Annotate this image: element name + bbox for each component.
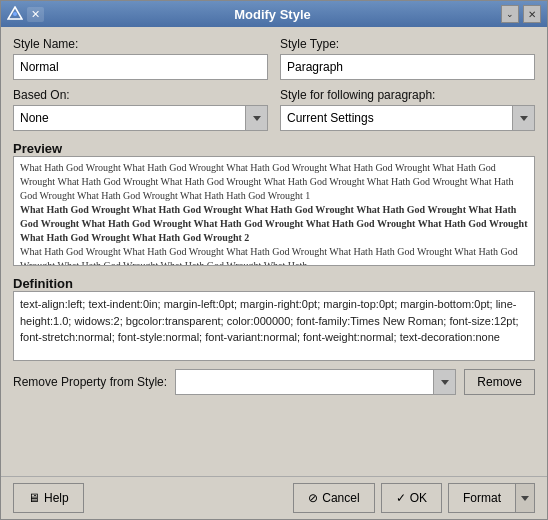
based-on-dropdown[interactable]: [13, 105, 268, 131]
remove-property-row: Remove Property from Style: Remove: [13, 369, 535, 395]
remove-property-input[interactable]: [176, 370, 433, 394]
style-for-para-arrow-btn[interactable]: [512, 106, 534, 130]
dialog-body: Style Name: Style Type: Based On: St: [1, 27, 547, 476]
remove-button[interactable]: Remove: [464, 369, 535, 395]
remove-property-arrow-btn[interactable]: [433, 370, 455, 394]
format-button-group: Format: [448, 483, 535, 513]
svg-point-1: [13, 12, 17, 16]
preview-label: Preview: [13, 141, 535, 156]
style-name-input[interactable]: [13, 54, 268, 80]
collapse-btn[interactable]: ⌄: [501, 5, 519, 23]
style-for-para-group: Style for following paragraph:: [280, 88, 535, 131]
row-based-on-style-para: Based On: Style for following paragraph:: [13, 88, 535, 131]
close-btn[interactable]: ✕: [523, 5, 541, 23]
remove-property-input-wrapper[interactable]: [175, 369, 456, 395]
cancel-icon: ⊘: [308, 491, 318, 505]
preview-text-1: What Hath God Wrought What Hath God Wrou…: [20, 162, 513, 201]
help-label: Help: [44, 491, 69, 505]
preview-box: What Hath God Wrought What Hath God Wrou…: [13, 156, 535, 266]
ok-icon: ✓: [396, 491, 406, 505]
preview-text-2: What Hath God Wrought What Hath God Wrou…: [20, 246, 518, 266]
style-for-para-dropdown[interactable]: [280, 105, 535, 131]
style-for-para-label: Style for following paragraph:: [280, 88, 535, 102]
definition-box: text-align:left; text-indent:0in; margin…: [13, 291, 535, 361]
based-on-arrow-icon: [253, 116, 261, 121]
ok-label: OK: [410, 491, 427, 505]
title-bar: ✕ Modify Style ⌄ ✕: [1, 1, 547, 27]
style-name-group: Style Name:: [13, 37, 268, 80]
based-on-group: Based On:: [13, 88, 268, 131]
title-bar-controls: ⌄ ✕: [501, 5, 541, 23]
based-on-label: Based On:: [13, 88, 268, 102]
style-for-para-arrow-icon: [520, 116, 528, 121]
based-on-arrow-btn[interactable]: [245, 106, 267, 130]
definition-label: Definition: [13, 276, 535, 291]
format-main-button[interactable]: Format: [448, 483, 515, 513]
row-style-name-type: Style Name: Style Type:: [13, 37, 535, 80]
preview-text-bold: What Hath God Wrought What Hath God Wrou…: [20, 204, 528, 243]
title-bar-left: ✕: [7, 6, 44, 22]
style-type-group: Style Type:: [280, 37, 535, 80]
dialog-title: Modify Style: [44, 7, 501, 22]
button-bar: 🖥 Help ⊘ Cancel ✓ OK Format: [1, 476, 547, 519]
remove-property-label: Remove Property from Style:: [13, 375, 167, 389]
close-x-icon[interactable]: ✕: [27, 7, 44, 22]
cancel-label: Cancel: [322, 491, 359, 505]
style-type-label: Style Type:: [280, 37, 535, 51]
definition-section: Definition text-align:left; text-indent:…: [13, 274, 535, 361]
style-name-label: Style Name:: [13, 37, 268, 51]
cancel-button[interactable]: ⊘ Cancel: [293, 483, 374, 513]
format-dropdown-icon: [521, 496, 529, 501]
help-button[interactable]: 🖥 Help: [13, 483, 84, 513]
ok-button[interactable]: ✓ OK: [381, 483, 442, 513]
format-arrow-button[interactable]: [515, 483, 535, 513]
preview-section: Preview What Hath God Wrought What Hath …: [13, 139, 535, 266]
style-type-input[interactable]: [280, 54, 535, 80]
help-icon: 🖥: [28, 491, 40, 505]
modify-style-dialog: ✕ Modify Style ⌄ ✕ Style Name: Style Typ…: [0, 0, 548, 520]
remove-property-arrow-icon: [441, 380, 449, 385]
based-on-input[interactable]: [14, 106, 245, 130]
style-for-para-input[interactable]: [281, 106, 512, 130]
app-icon: [7, 6, 23, 22]
